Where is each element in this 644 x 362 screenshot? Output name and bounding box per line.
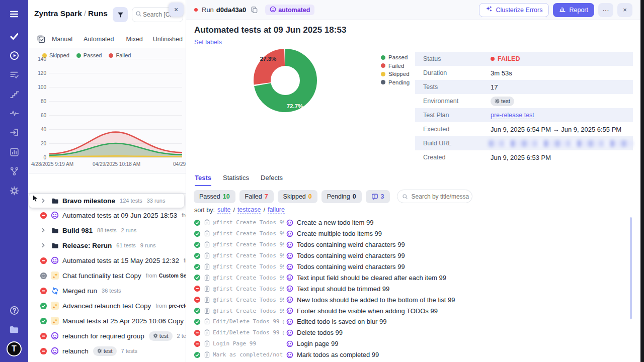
run-row[interactable]: relaunch for required grouptest2 tests [28, 328, 186, 343]
detail-row: ExecutedJun 9, 2025 6:54 PM → Jun 9, 202… [415, 122, 633, 136]
sidebar-item-folders[interactable] [0, 322, 28, 336]
tab-unfinished[interactable]: Unfinished [153, 36, 183, 43]
test-row[interactable]: @first Create Todos 99…Text input field … [186, 272, 629, 283]
run-row[interactable]: relaunchtest7 tests [28, 343, 186, 358]
detail-label: Test Plan [415, 112, 491, 119]
more-button[interactable]: ··· [598, 3, 613, 17]
set-labels-link[interactable]: Set labels [194, 39, 222, 46]
test-row[interactable]: @first Create Todos 99…Text input should… [186, 283, 629, 294]
tab-mixed[interactable]: Mixed [126, 36, 142, 43]
project-name[interactable]: Zyntra Spark [34, 9, 82, 18]
sidebar-item-activity[interactable] [0, 107, 28, 119]
legend-skipped[interactable]: Skipped [42, 52, 69, 58]
from-plan: pre-release test [169, 303, 186, 309]
test-row[interactable]: Edit/Delete Todos 99 @…Delete todos 99 [186, 327, 629, 338]
report-button[interactable]: Report [553, 3, 594, 17]
test-suite: @first Create Todos 99… [213, 297, 284, 303]
sidebar-item-gear[interactable] [0, 185, 28, 197]
filter-pill-comments[interactable]: 3 [366, 190, 390, 203]
failed-status-icon [40, 347, 47, 355]
tab-defects[interactable]: Defects [261, 174, 283, 186]
legend-passed[interactable]: Passed [76, 52, 102, 58]
test-plan-link[interactable]: pre-release test [491, 112, 534, 119]
robot-icon [51, 211, 59, 219]
help-icon [10, 306, 19, 315]
comment-icon [371, 193, 378, 200]
test-row[interactable]: @first Create Todos 99…Create multiple t… [186, 228, 629, 239]
test-row[interactable]: Login Page 99Login page 99 [186, 338, 629, 349]
test-suite: Edit/Delete Todos 99 @… [213, 329, 284, 336]
detail-row: Tests17 [415, 80, 633, 94]
run-row[interactable]: Automated tests at 15 May 2025 12:32from… [28, 253, 186, 268]
sidebar-item-stairs[interactable] [0, 88, 28, 100]
search-icon [402, 194, 408, 200]
sidebar-item-menu[interactable] [0, 8, 28, 20]
run-title: Merged run [62, 287, 97, 295]
donut-legend-pending[interactable]: Pending [381, 78, 410, 87]
filter-pill-passed[interactable]: Passed10 [194, 190, 235, 203]
sidebar-item-list-check[interactable] [0, 68, 28, 80]
close-panel-button[interactable]: × [169, 3, 184, 17]
test-row[interactable]: @first Create Todos 99…Todos containing … [186, 261, 629, 273]
test-row[interactable]: @first Create Todos 99…Footer should be … [186, 305, 629, 316]
mouse-cursor [32, 195, 39, 203]
folder-icon [51, 227, 59, 234]
filter-pill-skipped[interactable]: Skipped0 [278, 190, 317, 203]
tab-tests[interactable]: Tests [195, 174, 211, 186]
passed-status-icon [194, 252, 201, 259]
sort-link-suite[interactable]: suite [217, 206, 230, 214]
sort-link-failure[interactable]: failure [268, 206, 285, 214]
tab-manual[interactable]: Manual [52, 36, 72, 43]
run-title: relaunch [62, 347, 89, 355]
legend-failed[interactable]: Failed [109, 52, 131, 58]
scrollbar-thumb[interactable] [630, 217, 632, 319]
sidebar-item-git-branch[interactable] [0, 165, 28, 177]
filter-button[interactable] [113, 7, 128, 22]
run-row[interactable]: Manual tests at 25 Apr 2025 10:06 Copyfr… [28, 313, 186, 328]
run-row[interactable]: Chat functinality test CopyfromCustom Se… [28, 268, 186, 283]
test-row[interactable]: @first Create Todos 99…Todos containing … [186, 239, 629, 250]
sidebar-item-sign-in[interactable] [0, 126, 28, 138]
copy-icon[interactable] [251, 6, 258, 14]
clusterize-errors-button[interactable]: Clusterize Errors [479, 3, 549, 17]
tab-automated[interactable]: Automated [84, 36, 114, 43]
run-row[interactable]: Advanced relaunch test Copyfrompre-relea… [28, 298, 186, 313]
automated-badge[interactable]: automated [265, 5, 314, 15]
sidebar-item-help[interactable] [0, 303, 28, 317]
run-group-title: Release: Rerun [62, 242, 112, 249]
gridline [49, 157, 182, 158]
run-title: Automated tests at 09 Jun 2025 18:53 [62, 212, 177, 219]
sidebar-item-logo[interactable]: T [0, 342, 28, 356]
filter-pill-pending[interactable]: Pending0 [321, 190, 362, 203]
test-suite: @first Create Todos 99… [213, 252, 284, 259]
close-run-button[interactable]: × [617, 3, 632, 17]
sidebar-item-bar-chart[interactable] [0, 146, 28, 158]
run-group-row[interactable]: Bravo milestone124 tests33 runs [29, 194, 184, 208]
test-row[interactable]: Edit/Delete Todos 99 @…Edited todo is sa… [186, 316, 629, 327]
donut-legend-passed[interactable]: Passed [381, 53, 410, 62]
donut-legend-failed[interactable]: Failed [381, 62, 410, 70]
filter-pill-failed[interactable]: Failed7 [239, 190, 274, 203]
test-row[interactable]: @first Create Todos 99…Todos containing … [186, 250, 629, 261]
sidebar-item-play-circle[interactable] [0, 49, 28, 61]
select-runs-icon[interactable] [37, 35, 45, 43]
sidebar-item-check[interactable] [0, 30, 28, 42]
clipboard-icon [204, 241, 210, 248]
test-row[interactable]: Mark as completed/not …Mark todos as com… [186, 349, 629, 360]
tests-search[interactable] [397, 190, 472, 203]
run-row[interactable]: Automated tests at 09 Jun 2025 18:53from… [28, 208, 186, 223]
passed-status-icon [194, 263, 201, 270]
test-row[interactable]: @first Create Todos 99…Create a new todo… [186, 217, 629, 228]
search-icon [135, 11, 142, 17]
donut-legend-skipped[interactable]: Skipped [381, 70, 410, 78]
run-group-row[interactable]: Release: Rerun61 tests9 runs [28, 238, 186, 253]
detail-value: 3m 53s [491, 69, 512, 77]
tab-statistics[interactable]: Statistics [223, 174, 249, 186]
tests-search-input[interactable] [411, 193, 470, 201]
run-row[interactable]: Merged run36 tests [28, 283, 186, 298]
test-title: Delete todos 99 [297, 329, 343, 336]
sort-link-testcase[interactable]: testcase [237, 206, 261, 214]
play-circle-icon [10, 51, 19, 60]
run-group-row[interactable]: Build 98188 tests2 runs [28, 223, 186, 238]
test-row[interactable]: @first Create Todos 99…New todos should … [186, 294, 629, 305]
